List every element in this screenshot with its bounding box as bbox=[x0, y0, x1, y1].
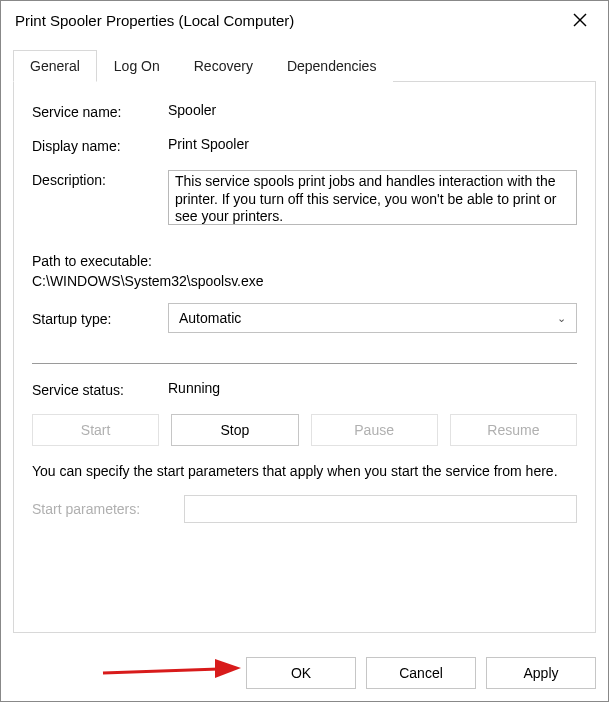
startup-type-select[interactable]: Automatic ⌄ bbox=[168, 303, 577, 333]
path-label: Path to executable: bbox=[32, 253, 577, 269]
general-panel: Service name: Spooler Display name: Prin… bbox=[13, 82, 596, 633]
dialog-footer: OK Cancel Apply bbox=[1, 647, 608, 701]
resume-button: Resume bbox=[450, 414, 577, 446]
display-name-value: Print Spooler bbox=[168, 136, 577, 152]
start-parameters-label: Start parameters: bbox=[32, 501, 184, 517]
start-button: Start bbox=[32, 414, 159, 446]
service-status-label: Service status: bbox=[32, 380, 168, 398]
startup-type-value: Automatic bbox=[179, 310, 241, 326]
svg-line-2 bbox=[103, 669, 219, 673]
tab-strip: General Log On Recovery Dependencies bbox=[13, 49, 596, 82]
tab-logon[interactable]: Log On bbox=[97, 50, 177, 82]
properties-dialog: Print Spooler Properties (Local Computer… bbox=[0, 0, 609, 702]
separator bbox=[32, 363, 577, 364]
description-textbox[interactable]: This service spools print jobs and handl… bbox=[168, 170, 577, 225]
tab-general[interactable]: General bbox=[13, 50, 97, 82]
service-name-value: Spooler bbox=[168, 102, 577, 118]
cancel-button[interactable]: Cancel bbox=[366, 657, 476, 689]
display-name-label: Display name: bbox=[32, 136, 168, 154]
svg-marker-3 bbox=[215, 659, 241, 678]
tab-dependencies[interactable]: Dependencies bbox=[270, 50, 394, 82]
path-value: C:\WINDOWS\System32\spoolsv.exe bbox=[32, 273, 577, 289]
pause-button: Pause bbox=[311, 414, 438, 446]
titlebar: Print Spooler Properties (Local Computer… bbox=[1, 1, 608, 39]
close-icon bbox=[573, 13, 587, 27]
annotation-arrow-icon bbox=[101, 653, 241, 685]
stop-button[interactable]: Stop bbox=[171, 414, 298, 446]
startup-type-label: Startup type: bbox=[32, 309, 168, 327]
close-button[interactable] bbox=[558, 4, 602, 36]
service-control-buttons: Start Stop Pause Resume bbox=[32, 414, 577, 446]
tab-recovery[interactable]: Recovery bbox=[177, 50, 270, 82]
service-name-label: Service name: bbox=[32, 102, 168, 120]
chevron-down-icon: ⌄ bbox=[557, 312, 566, 325]
start-parameters-input bbox=[184, 495, 577, 523]
apply-button[interactable]: Apply bbox=[486, 657, 596, 689]
ok-button[interactable]: OK bbox=[246, 657, 356, 689]
client-area: General Log On Recovery Dependencies Ser… bbox=[1, 39, 608, 647]
description-label: Description: bbox=[32, 170, 168, 188]
window-title: Print Spooler Properties (Local Computer… bbox=[15, 12, 294, 29]
service-status-value: Running bbox=[168, 380, 577, 396]
start-parameters-hint: You can specify the start parameters tha… bbox=[32, 462, 577, 481]
